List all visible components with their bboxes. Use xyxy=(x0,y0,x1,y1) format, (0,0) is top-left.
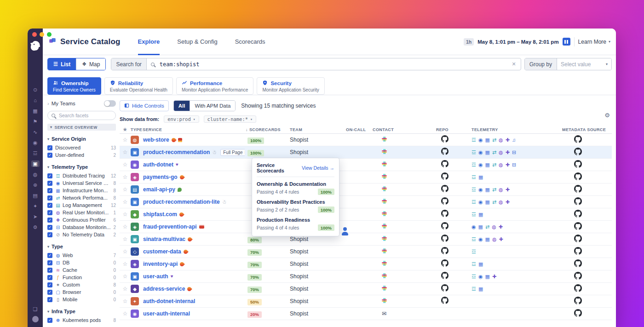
service-link[interactable]: user-auth-internal xyxy=(143,310,190,317)
github-repo-icon[interactable] xyxy=(441,160,448,169)
table-row-web-store[interactable]: ☆◍web-store100%Shopist☲◉▦⇄◍✚♫ xyxy=(120,134,612,146)
facet-item[interactable]: ✓≋Cache0 xyxy=(47,266,116,274)
monitors-icon[interactable]: ⚑ xyxy=(31,118,40,125)
github-metadata-icon[interactable] xyxy=(574,247,582,257)
scorecard-badge[interactable]: 70% xyxy=(247,287,262,293)
database-telemetry-icon[interactable]: ⊟ xyxy=(512,162,516,167)
favorite-star-icon[interactable]: ☆ xyxy=(120,273,131,280)
service-link[interactable]: fraud-prevention-api xyxy=(143,224,197,230)
datadog-logo[interactable] xyxy=(29,40,41,52)
favorite-star-icon[interactable]: ☆ xyxy=(120,298,131,304)
filter-card-security[interactable]: SecurityMonitor Application Security xyxy=(257,77,324,95)
slack-icon[interactable] xyxy=(381,223,387,231)
learn-more-button[interactable]: Learn More ▾ xyxy=(578,39,610,45)
synthetics-icon[interactable]: ⊕ xyxy=(31,182,40,188)
usm-telemetry-icon[interactable]: ◉ xyxy=(478,162,483,167)
table-row-user-auth[interactable]: ☆▣user-auth♥70%Shopist☲◉▦✚ xyxy=(120,270,612,283)
service-catalog-icon[interactable]: ▣ xyxy=(31,161,40,167)
usm-telemetry-icon[interactable]: ◉ xyxy=(478,150,483,155)
infra-telemetry-icon[interactable]: ▦ xyxy=(478,262,483,267)
facet-item[interactable]: ✓◍Real User Monitori...1 xyxy=(47,209,116,216)
checkbox-checked[interactable]: ✓ xyxy=(47,318,52,323)
table-row-address-service[interactable]: ☆◆address-service70%Shopist☲▦ xyxy=(120,283,612,295)
facet-item[interactable]: ✓✚Continuous Profiler6 xyxy=(47,216,116,224)
segment-with-apm-data[interactable]: With APM Data xyxy=(190,101,235,111)
usm-telemetry-icon[interactable]: ◉ xyxy=(478,200,483,205)
slack-icon[interactable] xyxy=(381,136,387,144)
checkbox-checked[interactable]: ✓ xyxy=(47,210,52,215)
facet-item[interactable]: ✓⇄Network Performa...8 xyxy=(47,194,116,201)
service-link[interactable]: customer-data xyxy=(143,248,181,255)
infra-telemetry-icon[interactable]: ▦ xyxy=(485,200,489,205)
chat-icon[interactable]: ❏ xyxy=(31,306,40,312)
close-button[interactable] xyxy=(32,32,37,37)
data-filter-pill[interactable]: env:prod▾ xyxy=(164,115,199,123)
table-row-fraud-prevention-api[interactable]: ☆◈fraud-prevention-api◉▦⇄◍✚ xyxy=(120,221,612,233)
email-icon[interactable]: ✉ xyxy=(382,310,386,317)
profiling-telemetry-icon[interactable]: ✚ xyxy=(506,187,510,192)
profiling-telemetry-icon[interactable]: ✚ xyxy=(499,237,503,242)
github-metadata-icon[interactable] xyxy=(574,222,582,232)
checkbox-checked[interactable]: ✓ xyxy=(47,297,52,302)
slack-icon[interactable] xyxy=(381,198,387,206)
slack-icon[interactable] xyxy=(381,247,387,256)
checkbox-checked[interactable]: ✓ xyxy=(47,203,52,208)
col-telemetry[interactable]: TELEMETRY xyxy=(448,127,561,132)
facet-item[interactable]: ✓☸Kubernetes pods8 xyxy=(47,316,116,324)
col-repo[interactable]: REPO xyxy=(400,127,448,132)
service-link[interactable]: product-recommendation xyxy=(143,149,210,155)
table-row-customer-data[interactable]: ☆◇customer-data70%Shopist☲ xyxy=(120,246,612,258)
service-link[interactable]: sinatra-multivac xyxy=(143,236,185,242)
table-row-inventory-api[interactable]: ☆◈inventory-api70%Shopist☲▦ xyxy=(120,258,612,270)
slack-icon[interactable] xyxy=(381,235,387,243)
github-repo-icon[interactable] xyxy=(441,210,448,219)
tracing-telemetry-icon[interactable]: ☲ xyxy=(472,287,476,292)
filter-card-ownership[interactable]: OwnershipFind Service Owners xyxy=(47,77,101,95)
infra-telemetry-icon[interactable]: ▦ xyxy=(478,224,483,229)
filter-card-reliability[interactable]: ReliabilityEvaluate Operational Health xyxy=(104,77,173,95)
table-row-auth-dotnet-internal[interactable]: ☆✦auth-dotnet-internal50%Shopist xyxy=(120,295,612,308)
network-telemetry-icon[interactable]: ⇄ xyxy=(492,162,496,167)
favorite-column-icon[interactable]: ★ xyxy=(120,127,131,132)
tracing-telemetry-icon[interactable]: ☲ xyxy=(472,187,476,192)
usm-telemetry-icon[interactable]: ◉ xyxy=(478,187,483,192)
favorite-star-icon[interactable]: ☆ xyxy=(120,224,131,230)
list-view-button[interactable]: ☰List xyxy=(48,58,76,70)
github-repo-icon[interactable] xyxy=(441,297,448,306)
service-link[interactable]: product-recommendation-lite xyxy=(143,199,220,205)
infra-telemetry-icon[interactable]: ▦ xyxy=(485,187,489,192)
slack-icon[interactable] xyxy=(381,148,387,156)
ux-monitoring-icon[interactable]: ◍ xyxy=(31,171,40,178)
favorite-star-icon[interactable]: ☆ xyxy=(120,186,131,193)
tracing-telemetry-icon[interactable]: ☲ xyxy=(472,150,476,155)
tracing-telemetry-icon[interactable]: ☲ xyxy=(472,237,476,242)
minimize-button[interactable] xyxy=(40,32,44,37)
time-range-badge[interactable]: 1h xyxy=(464,38,474,46)
network-telemetry-icon[interactable]: ⇄ xyxy=(485,224,489,229)
tab-setup-config[interactable]: Setup & Config xyxy=(177,29,217,55)
rum-telemetry-icon[interactable]: ◍ xyxy=(492,224,496,229)
facet-item[interactable]: ✓⊘No Telemetry Data2 xyxy=(47,231,116,238)
col-scorecards[interactable]: ↓SCORECARDS xyxy=(245,127,285,132)
infra-telemetry-icon[interactable]: ▦ xyxy=(485,138,489,143)
facet-group-header[interactable]: ▾Infra Type xyxy=(47,309,116,314)
logs-icon[interactable]: ▤ xyxy=(31,192,40,199)
rum-telemetry-icon[interactable]: ◍ xyxy=(499,162,503,167)
network-telemetry-icon[interactable]: ⇄ xyxy=(492,187,496,192)
tracing-telemetry-icon[interactable]: ☲ xyxy=(472,138,476,143)
view-details-link[interactable]: View Details → xyxy=(302,165,334,171)
profiling-telemetry-icon[interactable]: ✚ xyxy=(506,162,510,167)
rum-telemetry-icon[interactable]: ◍ xyxy=(499,138,503,143)
github-repo-icon[interactable] xyxy=(441,222,448,231)
slack-icon[interactable] xyxy=(381,210,387,218)
tracing-telemetry-icon[interactable]: ☲ xyxy=(472,274,476,279)
tracing-telemetry-icon[interactable]: ☲ xyxy=(472,162,476,167)
favorite-star-icon[interactable]: ☆ xyxy=(120,174,131,180)
metrics-icon[interactable]: ∿ xyxy=(31,129,40,135)
settings-icon[interactable]: ⚙ xyxy=(31,224,40,230)
profiling-telemetry-icon[interactable]: ✚ xyxy=(506,138,510,143)
github-metadata-icon[interactable] xyxy=(574,185,582,195)
service-link[interactable]: address-service xyxy=(143,286,185,292)
data-filter-pill[interactable]: cluster-name:*▾ xyxy=(204,115,256,123)
github-metadata-icon[interactable] xyxy=(574,309,582,319)
